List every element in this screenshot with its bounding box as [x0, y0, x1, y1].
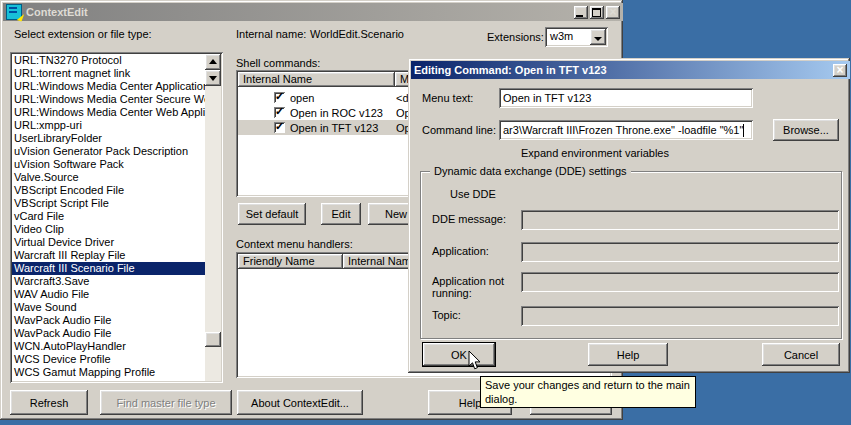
ok-button-tooltip: Save your changes and return to the main… [480, 376, 696, 408]
about-contextedit-button[interactable]: About ContextEdit... [237, 390, 363, 415]
use-dde-label: Use DDE [450, 188, 496, 200]
file-type-item[interactable]: Virtual Device Driver [12, 236, 205, 249]
scroll-down-button[interactable] [205, 70, 221, 86]
menu-text-value: Open in TFT v123 [503, 92, 591, 104]
file-type-item[interactable]: UserLibraryFolder [12, 132, 205, 145]
file-type-item[interactable]: URL:xmpp-uri [12, 119, 205, 132]
file-type-item[interactable]: vCard File [12, 210, 205, 223]
file-type-item[interactable]: uVision Generator Pack Description [12, 145, 205, 158]
shell-commands-label: Shell commands: [236, 57, 320, 69]
dialog-help-button[interactable]: Help [588, 343, 668, 366]
extensions-value: w3m [550, 30, 573, 42]
file-type-item[interactable]: Video Clip [12, 223, 205, 236]
refresh-button[interactable]: Refresh [10, 390, 88, 415]
dde-settings-group-label: Dynamic data exchange (DDE) settings [430, 165, 631, 177]
dde-field-input [521, 242, 839, 262]
main-titlebar[interactable]: ContextEdit × [3, 3, 623, 21]
file-type-item[interactable]: WAV Audio File [12, 288, 205, 301]
extensions-dropdown-button[interactable] [590, 29, 606, 45]
arrow-up-icon [209, 59, 217, 64]
file-type-item[interactable]: Warcraft III Replay File [12, 249, 205, 262]
dde-field-label: Topic: [432, 309, 516, 321]
file-type-item[interactable]: URL:Windows Media Center Application [12, 80, 205, 93]
browse-button[interactable]: Browse... [773, 119, 839, 141]
dde-field-label: DDE message: [432, 213, 516, 225]
maximize-icon [592, 8, 601, 17]
internal-name-value: WorldEdit.Scenario [310, 28, 404, 40]
extensions-combobox[interactable]: w3m [545, 27, 608, 47]
dde-field-input [521, 306, 839, 326]
file-type-item[interactable]: URL:torrent magnet link [12, 67, 205, 80]
extensions-label: Extensions: [487, 31, 544, 43]
expand-env-label: Expand environment variables [521, 147, 669, 159]
text-caret [743, 124, 744, 137]
file-type-item[interactable]: Wave Sound [12, 301, 205, 314]
file-type-item[interactable]: URL:TN3270 Protocol [12, 54, 205, 67]
scroll-up-button[interactable] [205, 54, 221, 70]
contextedit-app-icon [6, 4, 22, 20]
editing-command-dialog: Editing Command: Open in TFT v123 × Menu… [408, 58, 850, 373]
close-icon: × [836, 65, 843, 76]
maximize-button[interactable] [590, 6, 604, 19]
close-button[interactable]: × [606, 6, 620, 19]
file-type-item[interactable]: uVision Software Pack [12, 158, 205, 171]
menu-text-label: Menu text: [422, 92, 473, 104]
file-type-item[interactable]: VBScript Script File [12, 197, 205, 210]
file-type-item[interactable]: WCN.AutoPlayHandler [12, 340, 205, 353]
menu-text-input[interactable]: Open in TFT v123 [499, 88, 753, 108]
minimize-icon [576, 15, 583, 17]
command-enabled-checkbox[interactable] [274, 107, 285, 118]
file-type-item[interactable]: Warcraft3.Save [12, 275, 205, 288]
edit-button[interactable]: Edit [321, 203, 361, 225]
dialog-close-button[interactable]: × [833, 64, 847, 77]
file-type-item[interactable]: Warcraft III Scenario File [12, 262, 205, 275]
command-internal-name: Open in TFT v123 [290, 122, 393, 134]
command-internal-name: open [290, 92, 393, 104]
column-header[interactable]: Friendly Name [238, 254, 343, 269]
mouse-cursor [468, 350, 482, 372]
dde-field-label: Application not running: [432, 275, 516, 299]
find-master-file-type-button: Find master file type [100, 390, 232, 415]
chevron-down-icon [594, 37, 602, 41]
cancel-button[interactable]: Cancel [762, 343, 840, 366]
dialog-titlebar[interactable]: Editing Command: Open in TFT v123 × [411, 61, 850, 79]
dde-field-input [521, 272, 839, 292]
command-line-label: Command line: [422, 124, 496, 136]
file-type-item[interactable]: VBScript Encoded File [12, 184, 205, 197]
file-type-scrollbar[interactable] [205, 54, 221, 381]
file-type-list[interactable]: URL:TN3270 ProtocolURL:torrent magnet li… [10, 52, 223, 383]
command-enabled-checkbox[interactable] [274, 92, 285, 103]
file-type-item[interactable]: WavPack Audio File [12, 314, 205, 327]
command-line-value: ar3\Warcraft III\Frozen Throne.exe" -loa… [503, 124, 743, 136]
set-default-button[interactable]: Set default [238, 203, 306, 225]
arrow-down-icon [209, 76, 217, 81]
dde-field-input [521, 210, 839, 230]
file-type-item[interactable]: Valve.Source [12, 171, 205, 184]
scroll-thumb[interactable] [205, 332, 221, 347]
desktop: ContextEdit × Select extension or file t… [0, 0, 851, 425]
file-type-item[interactable]: WCS Device Profile [12, 353, 205, 366]
file-type-item[interactable]: URL:Windows Media Center Web Application [12, 106, 205, 119]
command-internal-name: Open in ROC v123 [290, 107, 393, 119]
file-type-item[interactable]: WCS Gamut Mapping Profile [12, 366, 205, 379]
ok-button[interactable]: OK [423, 343, 495, 366]
minimize-button[interactable] [574, 6, 588, 19]
command-enabled-checkbox[interactable] [274, 122, 285, 133]
file-type-item[interactable]: WavPack Audio File [12, 327, 205, 340]
command-line-input[interactable]: ar3\Warcraft III\Frozen Throne.exe" -loa… [499, 120, 753, 140]
dialog-title: Editing Command: Open in TFT v123 [414, 64, 607, 76]
close-icon: × [609, 7, 616, 18]
context-menu-handlers-label: Context menu handlers: [236, 238, 353, 250]
file-type-item[interactable]: URL:Windows Media Center Secure Web [12, 93, 205, 106]
main-window-title: ContextEdit [26, 6, 88, 18]
dde-field-label: Application: [432, 245, 516, 257]
select-extension-label: Select extension or file type: [14, 28, 152, 40]
column-header[interactable]: Internal Name [238, 72, 395, 87]
internal-name-label: Internal name: [236, 28, 306, 40]
